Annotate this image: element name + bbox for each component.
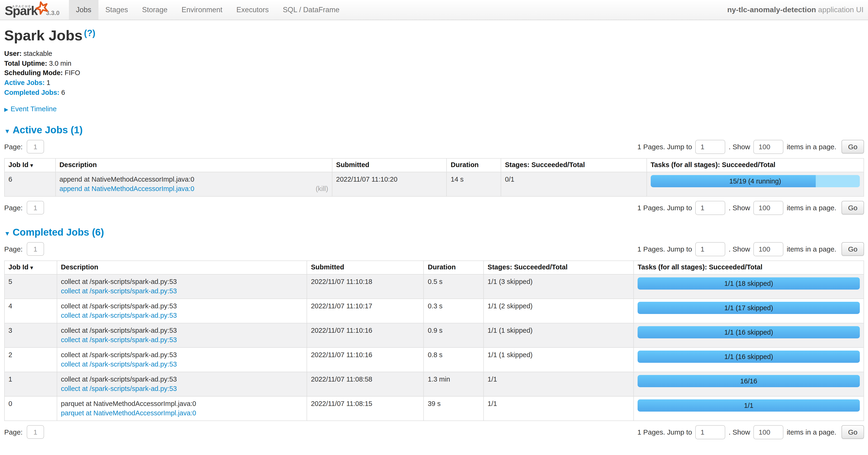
jump-to-page-input[interactable] — [695, 242, 725, 256]
help-link[interactable]: (?) — [84, 28, 95, 38]
items-text: items in a page. — [787, 143, 836, 151]
go-button[interactable]: Go — [841, 201, 864, 215]
stages-cell: 1/1 (2 skipped) — [484, 298, 633, 323]
table-row: 5collect at /spark-scripts/spark-ad.py:5… — [4, 274, 864, 298]
task-progress-label: 1/1 (16 skipped) — [638, 350, 860, 363]
column-header[interactable]: Job Id▾ — [4, 158, 55, 172]
tab-sql-dataframe[interactable]: SQL / DataFrame — [276, 0, 346, 20]
kill-link[interactable]: (kill) — [316, 184, 328, 194]
submitted-cell: 2022/11/07 11:08:15 — [307, 396, 424, 421]
sort-desc-icon: ▾ — [30, 162, 33, 168]
tab-executors[interactable]: Executors — [229, 0, 276, 20]
column-header[interactable]: Description — [57, 260, 307, 274]
tab-label[interactable]: SQL / DataFrame — [276, 0, 346, 20]
jump-to-page-input[interactable] — [695, 201, 725, 215]
job-detail-link[interactable]: collect at /spark-scripts/spark-ad.py:53 — [61, 311, 177, 320]
task-progress-bar: 1/1 (16 skipped) — [638, 326, 860, 338]
page-label: Page: — [4, 428, 23, 436]
spark-star-icon — [33, 0, 50, 17]
go-button[interactable]: Go — [841, 140, 864, 153]
column-header[interactable]: Stages: Succeeded/Total — [484, 260, 633, 274]
job-detail-link[interactable]: collect at /spark-scripts/spark-ad.py:53 — [61, 286, 177, 296]
column-header[interactable]: Tasks (for all stages): Succeeded/Total — [633, 260, 864, 274]
job-detail-link[interactable]: collect at /spark-scripts/spark-ad.py:53 — [61, 384, 177, 394]
jump-to-page-input[interactable] — [695, 140, 725, 154]
task-progress-bar: 1/1 (16 skipped) — [638, 350, 860, 363]
description-text: append at NativeMethodAccessorImpl.java:… — [59, 174, 328, 184]
stages-cell: 1/1 (1 skipped) — [484, 347, 633, 372]
jump-to-page-input[interactable] — [695, 425, 725, 439]
tab-storage[interactable]: Storage — [135, 0, 175, 20]
active-jobs-toggle[interactable]: ▼Active Jobs (1) — [4, 124, 83, 135]
column-header[interactable]: Duration — [424, 260, 484, 274]
page-label: Page: — [4, 245, 23, 253]
description-cell: collect at /spark-scripts/spark-ad.py:53… — [57, 372, 307, 396]
pages-jump-text: 1 Pages. Jump to — [637, 428, 692, 436]
tab-environment[interactable]: Environment — [175, 0, 229, 20]
stages-cell: 1/1 — [484, 396, 633, 421]
items-per-page-input[interactable] — [753, 140, 783, 154]
column-header[interactable]: Submitted — [307, 260, 424, 274]
pager-row: Page: 1 1 Pages. Jump to . Show items in… — [4, 140, 864, 154]
application-name: ny-tlc-anomaly-detection application UI — [727, 0, 868, 20]
submitted-cell: 2022/11/07 11:10:16 — [307, 323, 424, 347]
task-progress-label: 16/16 — [638, 375, 860, 387]
column-header[interactable]: Duration — [447, 158, 501, 172]
active_jobs-table: Job Id▾DescriptionSubmittedDurationStage… — [4, 158, 864, 196]
event-timeline-toggle[interactable]: ▶Event Timeline — [4, 105, 864, 112]
duration-cell: 0.8 s — [424, 347, 484, 372]
table-row: 6append at NativeMethodAccessorImpl.java… — [4, 172, 864, 196]
table-row: 0parquet at NativeMethodAccessorImpl.jav… — [4, 396, 864, 421]
completed-jobs-toggle[interactable]: ▼Completed Jobs (6) — [4, 226, 104, 237]
summary-label-link[interactable]: Completed Jobs: — [4, 89, 59, 96]
tab-label[interactable]: Storage — [135, 0, 175, 20]
summary-label-link[interactable]: Active Jobs: — [4, 79, 44, 86]
table-row: 4collect at /spark-scripts/spark-ad.py:5… — [4, 298, 864, 323]
go-button[interactable]: Go — [841, 425, 864, 439]
page-number-button[interactable]: 1 — [27, 242, 44, 256]
submitted-cell: 2022/11/07 11:08:58 — [307, 372, 424, 396]
tab-label[interactable]: Stages — [98, 0, 135, 20]
job-detail-link[interactable]: collect at /spark-scripts/spark-ad.py:53 — [61, 360, 177, 369]
navbar: APACHE Spark 3.3.0 JobsStagesStorageEnvi… — [0, 0, 868, 20]
apache-label: APACHE — [12, 5, 31, 8]
column-header[interactable]: Description — [55, 158, 332, 172]
items-per-page-input[interactable] — [753, 242, 783, 256]
tasks-cell: 15/19 (4 running) — [647, 172, 864, 196]
items-per-page-input[interactable] — [753, 425, 783, 439]
job-detail-link[interactable]: parquet at NativeMethodAccessorImpl.java… — [61, 408, 196, 418]
page-number-button[interactable]: 1 — [27, 140, 44, 153]
tasks-cell: 1/1 (16 skipped) — [633, 347, 864, 372]
table-row: 1collect at /spark-scripts/spark-ad.py:5… — [4, 372, 864, 396]
column-header[interactable]: Job Id▾ — [4, 260, 57, 274]
description-cell: collect at /spark-scripts/spark-ad.py:53… — [57, 274, 307, 298]
description-cell: collect at /spark-scripts/spark-ad.py:53… — [57, 323, 307, 347]
page-number-button[interactable]: 1 — [27, 425, 44, 439]
task-progress-label: 1/1 — [638, 399, 860, 411]
column-header[interactable]: Submitted — [332, 158, 447, 172]
active-jobs-pager-top: Page: 1 1 Pages. Jump to . Show items in… — [4, 140, 864, 154]
table-row: 2collect at /spark-scripts/spark-ad.py:5… — [4, 347, 864, 372]
description-cell: collect at /spark-scripts/spark-ad.py:53… — [57, 298, 307, 323]
description-line2: append at NativeMethodAccessorImpl.java:… — [59, 184, 328, 194]
summary-value: FIFO — [63, 69, 80, 77]
nav-tabs: JobsStagesStorageEnvironmentExecutorsSQL… — [69, 0, 346, 20]
tab-stages[interactable]: Stages — [98, 0, 135, 20]
spark-logo[interactable]: APACHE Spark 3.3.0 — [0, 0, 69, 20]
items-per-page-input[interactable] — [753, 201, 783, 215]
tab-label[interactable]: Executors — [229, 0, 276, 20]
tab-label[interactable]: Jobs — [69, 0, 98, 20]
job-detail-link[interactable]: collect at /spark-scripts/spark-ad.py:53 — [61, 335, 177, 345]
duration-cell: 39 s — [424, 396, 484, 421]
description-cell: parquet at NativeMethodAccessorImpl.java… — [57, 396, 307, 421]
column-header[interactable]: Tasks (for all stages): Succeeded/Total — [647, 158, 864, 172]
tab-label[interactable]: Environment — [175, 0, 229, 20]
task-progress-bar: 15/19 (4 running) — [651, 175, 860, 187]
column-header[interactable]: Stages: Succeeded/Total — [501, 158, 647, 172]
items-text: items in a page. — [787, 204, 836, 212]
page-number-button[interactable]: 1 — [27, 201, 44, 215]
job-detail-link[interactable]: append at NativeMethodAccessorImpl.java:… — [59, 184, 194, 194]
go-button[interactable]: Go — [841, 242, 864, 256]
submitted-cell: 2022/11/07 11:10:18 — [307, 274, 424, 298]
tab-jobs[interactable]: Jobs — [69, 0, 98, 20]
